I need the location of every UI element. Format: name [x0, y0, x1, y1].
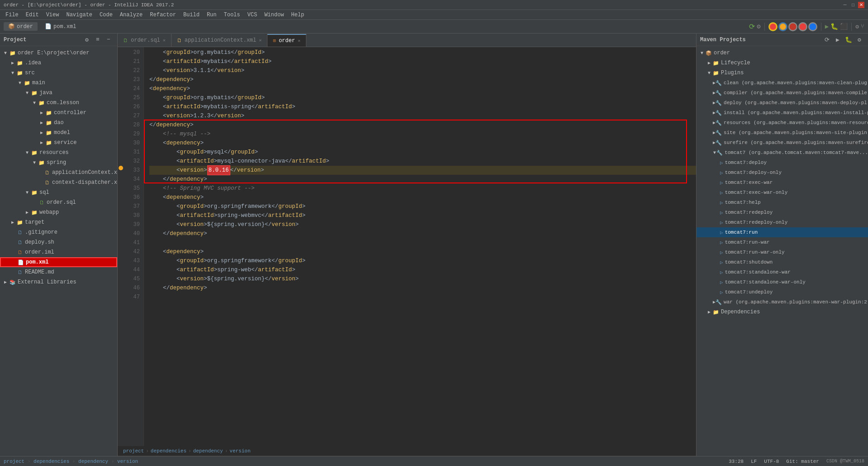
maven-debug-icon[interactable]: 🐛 [844, 35, 854, 45]
tab-appcontext[interactable]: 🗋 applicationContext.xml ✕ [172, 34, 267, 47]
tree-item-src[interactable]: ▼ 📁 src [0, 68, 117, 78]
breadcrumb-dependencies[interactable]: dependencies [151, 448, 186, 454]
menu-analyze[interactable]: Analyze [116, 11, 146, 19]
maven-goal-standalone-war[interactable]: ▷ tomcat7:standalone-war [696, 267, 868, 277]
maven-run-icon[interactable]: ▶ [833, 35, 843, 45]
firefox-icon[interactable] [778, 22, 787, 31]
maven-item-clean[interactable]: ▶ 🔧 clean (org.apache.maven.plugins:mave… [696, 78, 868, 88]
maven-goal-run[interactable]: ▷ tomcat7:run [696, 227, 868, 237]
tree-item-sql[interactable]: ▼ 📁 sql [0, 187, 117, 197]
stop-icon[interactable]: ⬛ [840, 23, 848, 30]
maven-goal-help[interactable]: ▷ tomcat7:help [696, 197, 868, 207]
sync-icon[interactable]: ⟳ [749, 22, 755, 31]
maven-goal-deploy[interactable]: ▷ tomcat7:deploy [696, 158, 868, 168]
tab-order-active[interactable]: m order ✕ [267, 34, 306, 47]
maven-goal-undeploy[interactable]: ▷ tomcat7:undeploy [696, 287, 868, 297]
sidebar-toolbar[interactable]: ⚙ ≡ − [82, 35, 114, 45]
code-content[interactable]: <groupId>org.mybatis</groupId> <artifact… [144, 47, 696, 446]
ie-icon[interactable] [788, 22, 797, 31]
menu-build[interactable]: Build [180, 11, 203, 19]
tree-item-spring[interactable]: ▼ 📁 spring [0, 158, 117, 168]
status-bc-dep[interactable]: dependency [78, 459, 108, 464]
maven-goal-run-war-only[interactable]: ▷ tomcat7:run-war-only [696, 247, 868, 257]
tree-item-main[interactable]: ▼ 📁 main [0, 78, 117, 88]
tree-item-gitignore[interactable]: ▶ 🗋 .gitignore [0, 227, 117, 237]
menu-view[interactable]: View [43, 11, 63, 19]
tree-item-order-root[interactable]: ▼ 📁 order E:\project\order [0, 48, 117, 58]
menu-window[interactable]: Window [261, 11, 287, 19]
menu-file[interactable]: File [2, 11, 22, 19]
maven-item-install[interactable]: ▶ 🔧 install (org.apache.maven.plugins:ma… [696, 108, 868, 118]
run-icon[interactable]: ▶ [825, 23, 829, 30]
opera-icon[interactable] [798, 22, 807, 31]
maven-goal-deploy-only[interactable]: ▷ tomcat7:deploy-only [696, 168, 868, 178]
menu-vcs[interactable]: VCS [244, 11, 261, 19]
maven-goal-shutdown[interactable]: ▷ tomcat7:shutdown [696, 257, 868, 267]
maven-goal-redeploy[interactable]: ▷ tomcat7:redeploy [696, 207, 868, 217]
maven-item-tomcat7[interactable]: ▼ 🔧 tomcat7 (org.apache.tomcat.maven:tom… [696, 148, 868, 158]
profile-icon[interactable]: ⚙ [855, 23, 859, 30]
close-tab-sql[interactable]: ✕ [163, 38, 166, 43]
tree-item-pomxml[interactable]: ▶ 📄 pom.xml [0, 257, 117, 267]
maven-settings-icon[interactable]: ⚙ [854, 35, 864, 45]
close-button[interactable]: ✕ [858, 2, 864, 8]
menu-code[interactable]: Code [96, 11, 116, 19]
breadcrumb-version[interactable]: version [229, 448, 250, 454]
tree-item-appcontext[interactable]: ▶ 🗋 applicationContext.x [0, 168, 117, 178]
maven-refresh-icon[interactable]: ⟳ [822, 35, 832, 45]
maven-item-order[interactable]: ▼ 📦 order [696, 48, 868, 58]
pomxml-tab[interactable]: 📄 pom.xml [40, 22, 81, 31]
maven-goal-exec-war-only[interactable]: ▷ tomcat7:exec-war-only [696, 187, 868, 197]
tree-item-contextdisp[interactable]: ▶ 🗋 context-dispatcher.x [0, 178, 117, 187]
status-bc-version[interactable]: version [117, 459, 138, 464]
project-selector[interactable]: 📦 order [4, 22, 38, 31]
tree-item-model[interactable]: ▶ 📁 model [0, 128, 117, 138]
maven-item-resources[interactable]: ▶ 🔧 resources (org.apache.maven.plugins:… [696, 118, 868, 128]
maven-item-compiler[interactable]: ▶ 🔧 compiler (org.apache.maven.plugins:m… [696, 88, 868, 98]
maven-item-dependencies[interactable]: ▶ 📁 Dependencies [696, 307, 868, 317]
tree-item-webapp[interactable]: ▶ 📁 webapp [0, 207, 117, 217]
menu-refactor[interactable]: Refactor [146, 11, 180, 19]
maximize-button[interactable]: □ [850, 2, 856, 8]
sidebar-collapse-icon[interactable]: − [104, 35, 114, 45]
maven-item-war[interactable]: ▶ 🔧 war (org.apache.maven.plugins:maven-… [696, 297, 868, 307]
sidebar-settings-icon[interactable]: ≡ [93, 35, 103, 45]
git-icon[interactable]: ⑂ [861, 23, 864, 30]
tree-item-readme[interactable]: ▶ 🗋 README.md [0, 267, 117, 277]
debug-icon[interactable]: 🐛 [830, 23, 838, 30]
menu-tools[interactable]: Tools [220, 11, 244, 19]
window-controls[interactable]: ─ □ ✕ [842, 2, 864, 8]
chrome-icon[interactable] [768, 22, 777, 31]
tree-item-ordersql[interactable]: ▶ 🗋 order.sql [0, 197, 117, 207]
menu-run[interactable]: Run [203, 11, 220, 19]
tree-item-orderiml[interactable]: ▶ 🗋 order.iml [0, 247, 117, 257]
close-tab-order[interactable]: ✕ [298, 38, 300, 43]
tree-item-java[interactable]: ▼ 📁 java [0, 88, 117, 98]
maven-goal-redeploy-only[interactable]: ▷ tomcat7:redeploy-only [696, 217, 868, 227]
maven-item-site[interactable]: ▶ 🔧 site (org.apache.maven.plugins:maven… [696, 128, 868, 138]
breadcrumb-dependency[interactable]: dependency [193, 448, 223, 454]
menu-navigate[interactable]: Navigate [62, 11, 96, 19]
menu-edit[interactable]: Edit [22, 11, 43, 19]
maven-item-lifecycle[interactable]: ▶ 📁 Lifecycle [696, 58, 868, 68]
maven-goal-standalone-war-only[interactable]: ▷ tomcat7:standalone-war-only [696, 277, 868, 287]
maven-goal-run-war[interactable]: ▷ tomcat7:run-war [696, 237, 868, 247]
tree-item-target[interactable]: ▶ 📁 target [0, 217, 117, 227]
maven-toolbar[interactable]: ⟳ ▶ 🐛 ⚙ [822, 35, 864, 45]
status-bc-project[interactable]: project [4, 459, 24, 464]
edge-icon[interactable] [808, 22, 817, 31]
tab-ordersql[interactable]: 🗋 order.sql ✕ [118, 34, 172, 47]
tree-item-service[interactable]: ▶ 📁 service [0, 138, 117, 148]
maven-item-surefire[interactable]: ▶ 🔧 surefire (org.apache.maven.plugins:m… [696, 138, 868, 148]
tree-item-idea[interactable]: ▶ 📁 .idea [0, 58, 117, 68]
sidebar-gear-icon[interactable]: ⚙ [82, 35, 92, 45]
tree-item-dao[interactable]: ▶ 📁 dao [0, 118, 117, 128]
menu-help[interactable]: Help [287, 11, 308, 19]
breadcrumb-project[interactable]: project [123, 448, 144, 454]
tree-item-resources[interactable]: ▼ 📁 resources [0, 148, 117, 158]
status-bc-deps[interactable]: dependencies [33, 459, 69, 464]
maven-goal-exec-war[interactable]: ▷ tomcat7:exec-war [696, 178, 868, 187]
tree-item-comlesson[interactable]: ▼ 📁 com.lesson [0, 98, 117, 108]
settings-icon[interactable]: ⚙ [757, 23, 760, 30]
maven-item-plugins[interactable]: ▼ 📁 Plugins [696, 68, 868, 78]
